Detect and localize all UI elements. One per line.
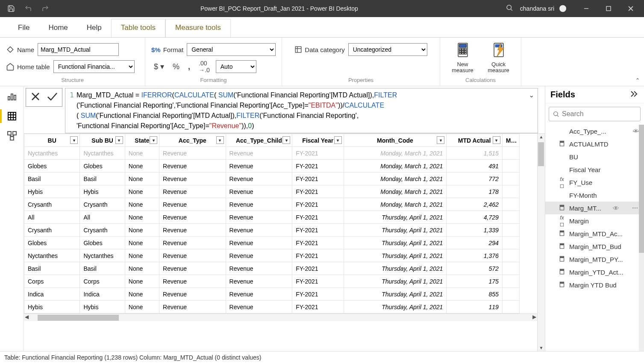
currency-button[interactable]: $ ▾ [151,62,167,71]
avatar[interactable] [559,5,566,12]
data-grid[interactable]: BU▾Sub BU▾State▾Acc_Type▾Acc_Type_Child▾… [24,134,520,313]
svg-rect-6 [296,47,302,53]
table-row[interactable]: CrysanthCrysanthNoneRevenueRevenueFY-202… [24,224,520,237]
close-icon[interactable] [621,2,641,15]
format-label: $%Format [151,46,183,53]
field-label: Margin [569,217,589,225]
field-item[interactable]: Margin YTD Bud [545,278,644,291]
field-item[interactable]: Margin_YTD_Act... [545,266,644,278]
table-row[interactable]: CorpsCorpsNoneRevenueRevenueFY-2021Thurs… [24,275,520,288]
filter-icon[interactable]: ▾ [437,136,444,144]
table-row[interactable]: GlobesGlobesNoneRevenueRevenueFY-2021Thu… [24,237,520,249]
ribbon: Name Home table Functional Financia... S… [0,38,644,86]
field-type-icon [558,230,566,237]
auto-select[interactable]: Auto [216,60,256,73]
minimize-icon[interactable] [576,2,596,15]
field-item[interactable]: ACTUALMTD [545,138,644,150]
column-header[interactable]: Sub BU▾ [80,134,125,147]
save-icon[interactable] [3,2,19,15]
field-type-icon [558,269,566,276]
field-type-icon [558,205,566,212]
field-item[interactable]: Fiscal Year [545,163,644,176]
table-row[interactable]: BasilBasilNoneRevenueRevenueFY-2021Thurs… [24,262,520,275]
menu-file[interactable]: File [9,19,39,37]
table-row[interactable]: AllAllNoneRevenueRevenueFY-2021Thursday,… [24,211,520,224]
svg-rect-13 [464,48,466,50]
redo-icon[interactable] [38,2,53,15]
column-header[interactable]: Acc_Type_Child▾ [226,134,292,147]
filter-icon[interactable]: ▾ [150,136,157,144]
table-row[interactable]: NyctanthesNyctanthesNoneRevenueRevenueFY… [24,147,520,160]
filter-icon[interactable]: ▾ [115,136,123,144]
menubar: File Home Help Table tools Measure tools [0,17,644,38]
quick-measure-button[interactable]: Quick measure [484,43,514,73]
svg-rect-15 [462,50,464,52]
filter-icon[interactable]: ▾ [70,136,78,144]
more-icon[interactable]: ⋯ [632,205,639,211]
filter-icon[interactable]: ▾ [282,136,290,144]
data-category-select[interactable]: Uncategorized [348,43,427,56]
search-icon[interactable] [506,4,513,13]
table-row[interactable]: IndicaIndicaNoneRevenueRevenueFY-2021Thu… [24,288,520,301]
svg-rect-24 [14,95,16,100]
field-item[interactable]: fxFY_Use [545,176,644,189]
decimals-button[interactable]: .00→.0 [196,60,212,73]
column-header[interactable]: BU▾ [24,134,80,147]
filter-icon[interactable]: ▾ [334,136,342,144]
table-row[interactable]: CrysanthCrysanthNoneRevenueRevenueFY-202… [24,198,520,211]
format-select[interactable]: General [187,43,276,56]
svg-point-0 [507,5,512,10]
maximize-icon[interactable] [599,2,618,15]
thousands-button[interactable]: , [185,62,193,71]
menu-table-tools[interactable]: Table tools [111,19,165,37]
name-input[interactable] [38,43,119,56]
model-view-icon[interactable] [3,128,21,143]
field-item[interactable]: BU [545,150,644,163]
filter-icon[interactable]: ▾ [493,136,500,144]
fields-collapse-icon[interactable] [630,91,639,99]
column-header[interactable]: Month_Code▾ [344,134,447,147]
column-header[interactable]: Fiscal Year▾ [292,134,344,147]
field-label: FY-Month [569,192,597,199]
column-header[interactable]: MTD [502,134,519,147]
menu-measure-tools[interactable]: Measure tools [165,19,231,37]
fields-search-input[interactable]: Search [549,107,641,121]
field-item[interactable]: Margin_MTD_PY... [545,253,644,266]
field-item[interactable]: fxMargin [545,214,644,227]
menu-help[interactable]: Help [77,19,111,37]
undo-icon[interactable] [21,2,36,15]
field-item[interactable]: Margin_MTD_Ac... [545,227,644,240]
table-row[interactable]: HybisHybisNoneRevenueRevenueFY-2021Thurs… [24,301,520,313]
commit-formula-icon[interactable] [47,91,58,103]
fields-scrollbar[interactable] [639,125,644,351]
horizontal-scrollbar[interactable]: ◀▶ [24,313,537,321]
filter-icon[interactable]: ▾ [216,136,224,144]
ribbon-collapse-icon[interactable]: ⌃ [635,77,640,83]
data-category-label: Data category [294,46,344,53]
home-table-select[interactable]: Functional Financia... [53,60,135,73]
formula-editor[interactable]: 1 Marg_MTD_Actual = IFERROR(CALCULATE( S… [65,88,538,133]
table-row[interactable]: HybisHybisNoneRevenueRevenueFY-2021Monda… [24,185,520,198]
table-row[interactable]: GlobesGlobesNoneRevenueRevenueFY-2021Mon… [24,160,520,173]
column-header[interactable]: State▾ [125,134,159,147]
column-header[interactable]: Acc_Type▾ [159,134,226,147]
table-row[interactable]: BasilBasilNoneRevenueRevenueFY-2021Monda… [24,173,520,185]
field-item[interactable]: Acc_Type_...👁 [545,125,644,138]
report-view-icon[interactable] [3,89,21,104]
field-item[interactable]: FY-Month [545,189,644,202]
column-header[interactable]: MTD Actual▾ [447,134,502,147]
field-item[interactable]: Marg_MT...👁⋯ [545,202,644,214]
percent-button[interactable]: % [170,62,182,71]
new-measure-button[interactable]: New measure [448,43,478,73]
data-view-icon[interactable] [3,108,21,124]
vertical-scrollbar[interactable]: ▲ ▼ [537,134,545,351]
svg-rect-10 [459,44,466,47]
formula-expand-icon[interactable]: ⌄ [529,90,534,100]
user-name[interactable]: chandana sri [520,5,554,12]
field-type-icon: fx [558,176,566,189]
quick-calculator-icon [492,43,505,60]
menu-home[interactable]: Home [39,19,77,37]
field-item[interactable]: Margin_MTD_Bud [545,240,644,253]
table-row[interactable]: NyctanthesNyctanthesNoneRevenueRevenueFY… [24,249,520,262]
cancel-formula-icon[interactable] [30,91,41,103]
